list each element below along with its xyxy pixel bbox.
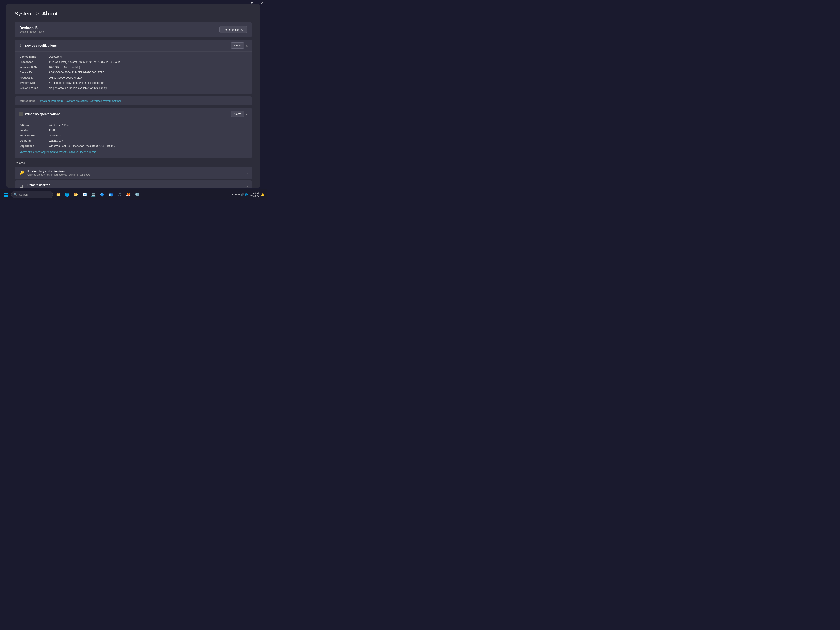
pc-name: Desktop-I5 xyxy=(20,26,44,30)
device-specs-copy-button[interactable]: Copy xyxy=(231,43,244,49)
taskbar: 🔍 Search 📁 🌐 📂 📧 💻 🔷 📬 🎵 🦊 ⚙️ ∧ ENG 🔊 🌐 … xyxy=(0,189,267,200)
device-specs-header: ℹ Device specifications Copy ∧ xyxy=(14,39,252,52)
related-item-product-key[interactable]: 🔑 Product key and activation Change prod… xyxy=(14,167,252,179)
table-row: Microsoft Services Agreement Microsoft S… xyxy=(20,148,247,155)
taskbar-app-terminal[interactable]: 💻 xyxy=(90,191,97,198)
taskbar-app-mail[interactable]: 📧 xyxy=(81,191,88,198)
related-item-product-key-title: Product key and activation xyxy=(27,170,90,173)
device-specs-rows: Device name Desktop-I5 Processor 11th Ge… xyxy=(14,52,252,94)
info-icon: ℹ xyxy=(19,44,23,48)
ms-services-link[interactable]: Microsoft Services Agreement xyxy=(20,150,55,153)
spec-label-pen-touch: Pen and touch xyxy=(20,87,49,90)
spec-value-os-build: 22621.3007 xyxy=(49,139,247,142)
windows-specs-section: Windows specifications Copy ∧ Edition Wi… xyxy=(14,108,252,158)
device-specs-title: Device specifications xyxy=(25,44,57,47)
titlebar: — ⧉ ✕ xyxy=(238,0,267,7)
spec-value-system-type: 64-bit operating system, x64-based proce… xyxy=(49,81,247,84)
table-row: Experience Windows Feature Experience Pa… xyxy=(20,143,247,148)
windows-specs-rows: Edition Windows 11 Pro Version 22H2 Inst… xyxy=(14,120,252,158)
spec-label-product-id: Product ID xyxy=(20,76,49,79)
taskbar-app-code[interactable]: 🔷 xyxy=(98,191,106,198)
spec-value-product-id: 00330-80000-00000-AA117 xyxy=(49,76,247,79)
clock-date: 2/3/2024 xyxy=(249,194,259,198)
related-item-remote-desktop-title: Remote desktop xyxy=(27,183,71,187)
settings-window: System > About Desktop-I5 System Product… xyxy=(6,4,261,188)
windows-specs-copy-button[interactable]: Copy xyxy=(231,111,244,117)
related-item-left: ⇄ Remote desktop Control this device fro… xyxy=(19,183,71,188)
breadcrumb-separator: > xyxy=(36,10,39,17)
related-item-product-key-subtitle: Change product key or upgrade your editi… xyxy=(27,173,90,176)
table-row: Device ID ABA30C85-428F-422A-BF93-7ABB68… xyxy=(20,70,247,75)
pc-name-section: Desktop-I5 System Product Name Rename th… xyxy=(14,22,252,37)
notification-icon[interactable]: 🔔 xyxy=(261,193,265,196)
chevron-up-icon[interactable]: ∧ xyxy=(232,193,234,196)
svg-rect-0 xyxy=(4,193,6,194)
table-row: Installed on 9/15/2023 xyxy=(20,133,247,138)
spec-label-device-name: Device name xyxy=(20,55,49,58)
speaker-icon[interactable]: 🔊 xyxy=(241,193,244,196)
related-item-remote-desktop-subtitle: Control this device from another device xyxy=(27,187,71,188)
table-row: OS build 22621.3007 xyxy=(20,138,247,143)
spec-value-experience: Windows Feature Experience Pack 1000.226… xyxy=(49,144,247,147)
search-icon: 🔍 xyxy=(14,193,17,196)
spec-label-experience: Experience xyxy=(20,144,49,147)
taskbar-app-music[interactable]: 🎵 xyxy=(116,191,123,198)
taskbar-app-firefox[interactable]: 🦊 xyxy=(125,191,132,198)
taskbar-app-browser[interactable]: 🌐 xyxy=(63,191,71,198)
device-specs-chevron-icon[interactable]: ∧ xyxy=(246,44,248,47)
device-specs-header-right: Copy ∧ xyxy=(231,43,248,49)
spec-value-pen-touch: No pen or touch input is available for t… xyxy=(49,87,247,90)
spec-label-device-id: Device ID xyxy=(20,71,49,74)
network-icon[interactable]: 🌐 xyxy=(245,193,248,196)
breadcrumb-parent[interactable]: System xyxy=(14,10,33,17)
related-link-advanced-settings[interactable]: Advanced system settings xyxy=(90,99,122,103)
table-row: Installed RAM 16.0 GB (15.8 GB usable) xyxy=(20,65,247,70)
taskbar-search-text: Search xyxy=(19,193,28,196)
spec-value-device-id: ABA30C85-428F-422A-BF93-7ABB68F1771C xyxy=(49,71,247,74)
taskbar-clock[interactable]: 20:16 2/3/2024 xyxy=(249,191,259,198)
table-row: Product ID 00330-80000-00000-AA117 xyxy=(20,75,247,80)
system-tray: ∧ ENG 🔊 🌐 xyxy=(232,193,248,196)
taskbar-app-settings[interactable]: ⚙️ xyxy=(133,191,141,198)
spec-label-ram: Installed RAM xyxy=(20,66,49,69)
related-item-left: 🔑 Product key and activation Change prod… xyxy=(19,170,90,176)
device-specs-header-left: ℹ Device specifications xyxy=(19,44,57,48)
spec-label-os-build: OS build xyxy=(20,139,49,142)
pc-name-text: Desktop-I5 System Product Name xyxy=(20,26,44,33)
start-button[interactable] xyxy=(2,190,10,199)
close-button[interactable]: ✕ xyxy=(257,0,267,7)
table-row: Version 22H2 xyxy=(20,128,247,133)
chevron-right-icon: › xyxy=(247,171,248,175)
related-link-system-protection[interactable]: System protection xyxy=(66,99,87,103)
spec-label-installed-on: Installed on xyxy=(20,134,49,137)
device-specs-section: ℹ Device specifications Copy ∧ Device na… xyxy=(14,39,252,94)
related-item-remote-desktop[interactable]: ⇄ Remote desktop Control this device fro… xyxy=(14,180,252,188)
minimize-button[interactable]: — xyxy=(238,0,248,7)
table-row: Device name Desktop-I5 xyxy=(20,54,247,59)
language-indicator: ENG xyxy=(235,193,240,196)
breadcrumb-current: About xyxy=(42,10,58,17)
restore-button[interactable]: ⧉ xyxy=(248,0,257,7)
key-icon: 🔑 xyxy=(19,170,25,176)
windows-specs-header: Windows specifications Copy ∧ xyxy=(14,108,252,120)
spec-value-version: 22H2 xyxy=(49,129,247,132)
taskbar-app-folder[interactable]: 📂 xyxy=(72,191,80,198)
windows-logo-icon xyxy=(4,192,8,197)
taskbar-app-chat[interactable]: 📬 xyxy=(107,191,115,198)
spec-value-device-name: Desktop-I5 xyxy=(49,55,247,58)
taskbar-app-files[interactable]: 📁 xyxy=(55,191,62,198)
remote-desktop-icon: ⇄ xyxy=(19,184,25,188)
windows-specs-title: Windows specifications xyxy=(25,112,60,115)
ms-license-link[interactable]: Microsoft Software License Terms xyxy=(55,150,96,153)
table-row: Pen and touch No pen or touch input is a… xyxy=(20,85,247,91)
spec-value-ram: 16.0 GB (15.8 GB usable) xyxy=(49,66,247,69)
windows-specs-chevron-icon[interactable]: ∧ xyxy=(246,112,248,115)
windows-icon xyxy=(19,112,23,116)
taskbar-search[interactable]: 🔍 Search xyxy=(11,191,53,198)
rename-pc-button[interactable]: Rename this PC xyxy=(219,26,247,33)
spec-label-edition: Edition xyxy=(20,123,49,127)
related-link-domain[interactable]: Domain or workgroup xyxy=(38,99,63,103)
svg-rect-1 xyxy=(6,193,8,194)
table-row: System type 64-bit operating system, x64… xyxy=(20,80,247,85)
svg-rect-2 xyxy=(4,195,6,197)
